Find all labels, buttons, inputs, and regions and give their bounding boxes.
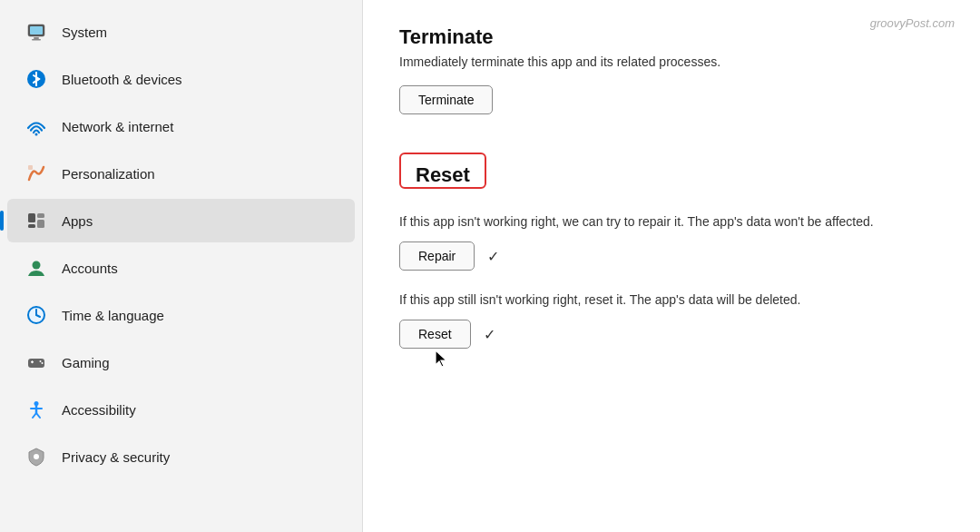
sidebar-item-apps[interactable]: Apps (7, 199, 355, 242)
svg-point-20 (42, 362, 44, 364)
sidebar-item-accessibility-label: Accessibility (62, 402, 136, 418)
svg-rect-18 (32, 360, 34, 363)
gaming-icon (24, 350, 49, 375)
svg-rect-2 (34, 37, 39, 39)
accounts-icon (24, 255, 49, 281)
svg-point-19 (40, 360, 42, 362)
sidebar-item-privacy-label: Privacy & security (62, 449, 170, 465)
reset-button[interactable]: Reset (399, 320, 471, 349)
svg-rect-7 (28, 165, 33, 170)
sidebar-item-privacy[interactable]: Privacy & security (7, 435, 355, 478)
sidebar-item-apps-label: Apps (62, 213, 93, 229)
reset-section-box: Reset (399, 153, 486, 189)
sidebar-item-system[interactable]: System (7, 10, 355, 54)
repair-checkmark: ✓ (487, 248, 499, 265)
reset-desc: If this app still isn't working right, r… (399, 292, 944, 307)
svg-point-26 (34, 454, 39, 459)
sidebar-item-accounts[interactable]: Accounts (7, 246, 355, 290)
sidebar-item-system-label: System (62, 25, 107, 40)
sidebar-item-gaming-label: Gaming (62, 355, 110, 370)
sidebar-item-accessibility[interactable]: Accessibility (7, 388, 355, 431)
bluetooth-icon (24, 66, 49, 92)
sidebar: System Bluetooth & devices Network & int… (0, 0, 363, 532)
apps-icon (24, 208, 49, 233)
privacy-icon (24, 444, 49, 469)
sidebar-item-bluetooth-label: Bluetooth & devices (62, 72, 182, 87)
terminate-button[interactable]: Terminate (399, 85, 493, 114)
accessibility-icon (24, 397, 49, 422)
terminate-desc: Immediately terminate this app and its r… (399, 54, 944, 69)
svg-rect-9 (37, 213, 44, 218)
watermark: groovyPost.com (870, 16, 955, 30)
repair-section: If this app isn't working right, we can … (399, 214, 944, 271)
svg-rect-11 (28, 224, 35, 228)
sidebar-item-bluetooth[interactable]: Bluetooth & devices (7, 57, 355, 101)
terminate-title: Terminate (399, 25, 944, 49)
svg-point-6 (35, 133, 38, 136)
time-icon (24, 302, 49, 328)
svg-line-25 (36, 413, 40, 418)
svg-rect-1 (30, 26, 43, 34)
reset-title: Reset (416, 163, 470, 187)
network-icon (24, 113, 49, 139)
sidebar-item-personalization-label: Personalization (62, 166, 155, 182)
repair-row: Repair ✓ (399, 241, 944, 271)
reset-row: Reset ✓ (399, 320, 944, 349)
terminate-section: Terminate Immediately terminate this app… (399, 25, 944, 140)
sidebar-item-network-label: Network & internet (62, 119, 173, 134)
reset-subsection: If this app still isn't working right, r… (399, 292, 944, 349)
sidebar-item-time-label: Time & language (62, 308, 164, 323)
cursor-icon (434, 349, 448, 369)
sidebar-item-gaming[interactable]: Gaming (7, 340, 355, 384)
sidebar-item-network[interactable]: Network & internet (7, 104, 355, 148)
sidebar-item-accounts-label: Accounts (62, 261, 118, 276)
reset-btn-area: Reset (399, 320, 471, 349)
personalization-icon (24, 161, 49, 186)
svg-point-12 (33, 261, 41, 270)
repair-desc: If this app isn't working right, we can … (399, 214, 944, 229)
svg-rect-10 (37, 220, 44, 228)
sidebar-item-time[interactable]: Time & language (7, 293, 355, 337)
sidebar-item-personalization[interactable]: Personalization (7, 152, 355, 195)
system-icon (24, 19, 49, 44)
svg-rect-8 (28, 213, 35, 222)
svg-rect-3 (32, 39, 41, 41)
main-content: groovyPost.com Terminate Immediately ter… (363, 0, 980, 532)
reset-checkmark: ✓ (484, 326, 495, 343)
repair-button[interactable]: Repair (399, 241, 475, 271)
